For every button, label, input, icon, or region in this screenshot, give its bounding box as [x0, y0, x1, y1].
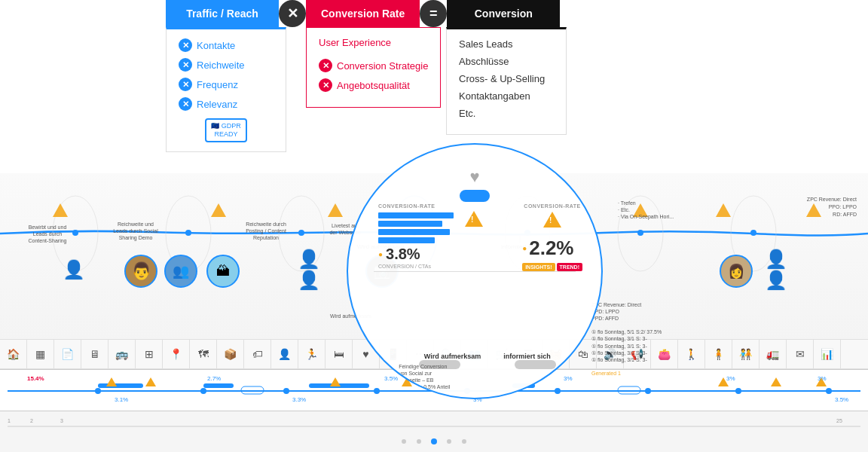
svg-marker-11: [716, 203, 731, 217]
bar-1: [378, 212, 454, 218]
svg-marker-8: [211, 203, 226, 217]
gray-pill-right: [515, 360, 556, 369]
touchpoint-label-3: Reichweite durchPosting / ContentReputat…: [232, 221, 300, 241]
avatar-man: 👨: [124, 255, 157, 288]
svg-marker-34: [771, 377, 781, 386]
reichweite-icon: ✕: [179, 58, 192, 72]
svg-text:1: 1: [8, 418, 11, 423]
kontakte-icon: ✕: [179, 38, 192, 52]
persona-1: 👤: [60, 256, 87, 283]
svg-point-44: [826, 388, 832, 394]
avatar-landscape: 🏔: [206, 255, 240, 288]
svg-marker-31: [330, 377, 341, 386]
informiert-sich-label: informiert sich: [503, 353, 551, 360]
icon-run[interactable]: 🏃: [298, 339, 326, 369]
bottom-zoom-text: ZPC Revenue: Direct PPD: LPPO PPD: AFFD …: [591, 301, 682, 377]
persona-avatar-3: 🏔: [206, 255, 240, 288]
svg-marker-9: [328, 203, 343, 217]
persona-silhouette-right: 👤👤: [765, 256, 792, 283]
right-rate-row: ● 2.2%: [522, 237, 582, 260]
persona-avatar-1: 👨: [124, 255, 157, 288]
right-rate-container: CONVERSION-RATE ! ● 2.2% INSIGHTS! TREND…: [522, 203, 582, 271]
conversion-rate-panel: User Experience ✕ Conversion Strategie ✕…: [306, 27, 441, 108]
icon-person[interactable]: 🧍: [705, 339, 732, 369]
dot-icon: ●: [378, 250, 383, 258]
badges-row: INSIGHTS! TREND!: [522, 263, 582, 271]
gdpr-badge-text: 🇪🇺 GDPRREADY: [205, 118, 247, 142]
icon-mail[interactable]: ✉: [787, 339, 814, 369]
svg-text:3%: 3%: [726, 375, 735, 382]
svg-point-19: [750, 230, 756, 236]
scroll-svg: 1 2 3 25: [0, 411, 868, 452]
conversion-rate-button[interactable]: Conversion Rate: [306, 0, 420, 27]
zoom-bars: [378, 212, 454, 243]
conversion-strategie-item: ✕ Conversion Strategie: [319, 59, 428, 72]
warning-triangle-left: !: [465, 211, 483, 227]
zoom-circle: ♥ CONVERSION-RATE ● 3.8% CONVERSION / CT…: [347, 143, 603, 399]
traffic-button[interactable]: Traffic / Reach: [166, 0, 279, 27]
avatar-group: 👥: [164, 255, 197, 288]
kontaktangaben-item: Kontaktangaben: [459, 90, 554, 102]
persona-avatar-right: 👩: [720, 255, 753, 288]
icon-people[interactable]: 🧑‍🤝‍🧑: [732, 339, 760, 369]
icon-map[interactable]: 🗺: [190, 339, 217, 369]
svg-text:3%: 3%: [818, 375, 827, 382]
sales-leads-item: Sales Leads: [459, 38, 554, 50]
bar-4: [378, 237, 435, 243]
icon-doc[interactable]: 📄: [54, 339, 81, 369]
svg-text:3.5%: 3.5%: [835, 396, 848, 403]
icon-location[interactable]: 📍: [163, 339, 190, 369]
svg-point-14: [185, 230, 191, 236]
svg-point-62: [462, 439, 466, 444]
angebotsqualitat-item: ✕ Angebotsqualität: [319, 78, 428, 92]
relevanz-icon: ✕: [179, 97, 192, 111]
icon-grid2[interactable]: ⊞: [136, 339, 163, 369]
svg-text:25: 25: [836, 418, 842, 423]
icon-bus[interactable]: 🚌: [108, 339, 136, 369]
svg-point-36: [95, 388, 101, 394]
icon-monitor[interactable]: 🖥: [81, 339, 108, 369]
abschlusse-item: Abschlüsse: [459, 56, 554, 67]
etc-item: Etc.: [459, 108, 554, 119]
svg-point-38: [283, 388, 289, 394]
persona-silhouette-2: 👤👤: [298, 256, 325, 283]
heart-icon: ♥: [469, 167, 479, 187]
icon-home[interactable]: 🏠: [0, 339, 27, 369]
svg-point-58: [431, 438, 437, 444]
svg-point-42: [645, 388, 651, 394]
traffic-item-reichweite: ✕ Reichweite: [179, 58, 274, 72]
conversion-button[interactable]: Conversion: [447, 0, 560, 27]
icon-truck[interactable]: 🚛: [760, 339, 787, 369]
touchpoint-label-1: Bewirbt und undLeads durchContent-Sharin…: [21, 224, 74, 244]
bar-3: [378, 229, 450, 235]
bottom-scroll: 1 2 3 25: [0, 411, 868, 452]
svg-text:15.4%: 15.4%: [27, 375, 44, 382]
insights-badge: INSIGHTS!: [522, 263, 555, 271]
frequenz-icon: ✕: [179, 78, 192, 91]
icon-tag[interactable]: 🏷: [244, 339, 271, 369]
angebots-icon: ✕: [319, 78, 332, 92]
formula-bar: Traffic / Reach ✕ Conversion Rate = Conv…: [166, 0, 560, 27]
gdpr-badge: 🇪🇺 GDPRREADY: [179, 118, 274, 142]
cta-label: CONVERSION / CTAs: [378, 264, 431, 269]
right-rate-value: 2.2%: [529, 237, 573, 260]
left-rate-container: ● 3.8%: [378, 246, 420, 263]
cross-upselling-item: Cross- & Up-Selling: [459, 73, 554, 84]
icon-chart[interactable]: 📊: [814, 339, 841, 369]
trend-badge: TREND!: [557, 263, 582, 271]
icon-box[interactable]: 📦: [217, 339, 244, 369]
svg-text:3: 3: [60, 418, 63, 423]
left-rate-label: CONVERSION-RATE: [378, 203, 435, 209]
svg-text:2: 2: [30, 418, 33, 423]
svg-text:3.1%: 3.1%: [115, 396, 128, 403]
bar-2: [378, 221, 442, 227]
persona-avatar-2: 👥: [164, 255, 197, 288]
icon-run2[interactable]: 🚶: [678, 339, 705, 369]
persona-silhouette-right: 👤👤: [765, 256, 792, 283]
conversion-panel: Sales Leads Abschlüsse Cross- & Up-Selli…: [446, 27, 567, 135]
icon-user[interactable]: 👤: [271, 339, 298, 369]
wird-aufmerksam-label: Wird aufmerksam: [424, 353, 481, 360]
left-rate-value: 3.8%: [386, 246, 420, 263]
icon-grid[interactable]: ▦: [27, 339, 54, 369]
svg-point-61: [402, 439, 406, 444]
